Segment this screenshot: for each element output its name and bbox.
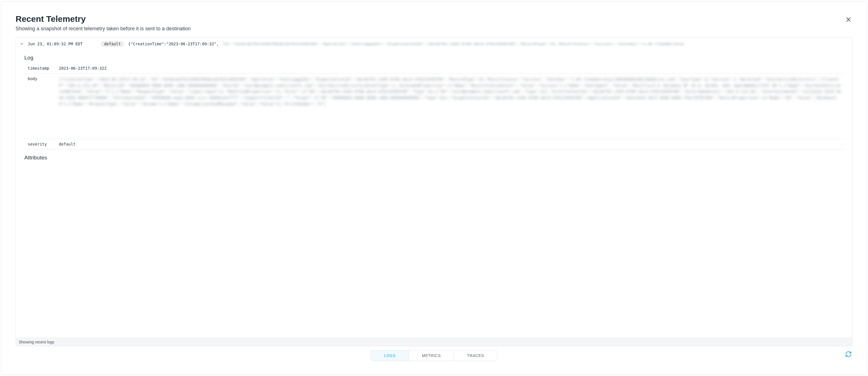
log-kv-table: timestamp 2023-06-23T17:09:32Z body {"Cr… — [24, 63, 844, 149]
entry-preview-redacted: "Id":"0xabcdef0123456789abcdef0123456789… — [221, 41, 684, 46]
close-icon — [845, 17, 851, 23]
page-title: Recent Telemetry — [16, 14, 844, 24]
expand-toggle[interactable] — [20, 42, 24, 46]
log-scroll[interactable]: Jun 23, 01:09:32 PM EDT default {"Creati… — [16, 38, 852, 338]
title-block: Recent Telemetry Showing a snapshot of r… — [16, 14, 844, 32]
chevron-down-icon — [20, 42, 24, 46]
refresh-button[interactable] — [844, 350, 852, 358]
telemetry-panel: Recent Telemetry Showing a snapshot of r… — [1, 1, 867, 375]
body-redacted: {"CreationTime":"2023-06-23T17:09:32","I… — [59, 77, 841, 136]
kv-row-body: body {"CreationTime":"2023-06-23T17:09:3… — [24, 74, 844, 139]
log-section-heading: Log — [24, 55, 844, 61]
tab-traces[interactable]: TRACES — [454, 350, 497, 361]
telemetry-type-tabs: LOGS METRICS TRACES — [371, 350, 497, 361]
severity-badge: default — [101, 41, 124, 47]
kv-value: default — [56, 139, 844, 149]
footer: LOGS METRICS TRACES — [1, 346, 867, 375]
status-bar: Showing recent logs — [16, 338, 852, 346]
entry-timestamp: Jun 23, 01:09:32 PM EDT — [28, 41, 83, 46]
kv-row-severity: severity default — [24, 139, 844, 149]
kv-key: severity — [24, 139, 56, 149]
kv-value-body: {"CreationTime":"2023-06-23T17:09:32","I… — [56, 74, 844, 139]
close-button[interactable] — [844, 16, 852, 24]
kv-value: 2023-06-23T17:09:32Z — [56, 63, 844, 74]
log-list-container: Jun 23, 01:09:32 PM EDT default {"Creati… — [16, 37, 852, 338]
tab-logs[interactable]: LOGS — [371, 350, 409, 361]
log-entry-row[interactable]: Jun 23, 01:09:32 PM EDT default {"Creati… — [16, 38, 852, 50]
tab-metrics[interactable]: METRICS — [409, 350, 454, 361]
attributes-section-heading: Attributes — [24, 154, 844, 161]
refresh-icon — [845, 351, 852, 357]
page-subtitle: Showing a snapshot of recent telemetry t… — [16, 26, 844, 32]
kv-row-timestamp: timestamp 2023-06-23T17:09:32Z — [24, 63, 844, 74]
panel-header: Recent Telemetry Showing a snapshot of r… — [1, 1, 867, 32]
status-text: Showing recent logs — [19, 340, 54, 344]
kv-key: timestamp — [24, 63, 56, 74]
kv-key: body — [24, 74, 56, 139]
entry-preview-visible: {"CreationTime":"2023-06-23T17:09:32", — [128, 41, 219, 46]
entry-preview: {"CreationTime":"2023-06-23T17:09:32","I… — [128, 41, 848, 46]
log-detail: Log timestamp 2023-06-23T17:09:32Z body … — [16, 50, 852, 161]
